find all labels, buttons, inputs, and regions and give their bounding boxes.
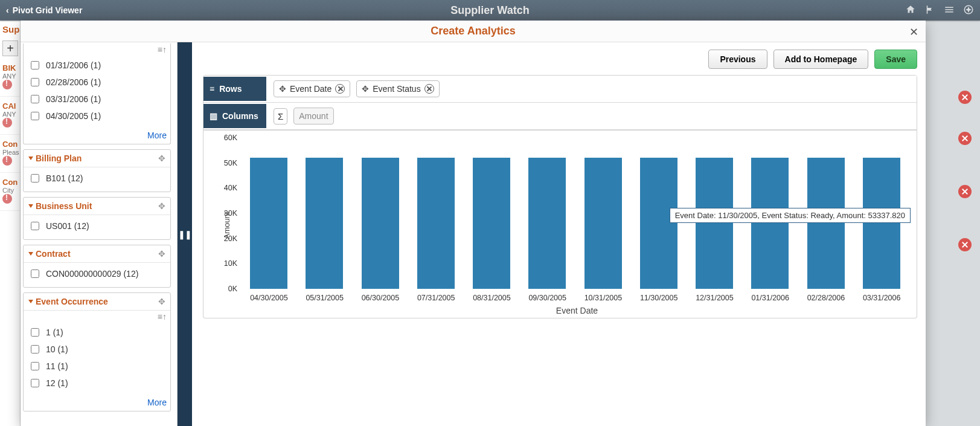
- create-analytics-modal: Create Analytics ✕ ≡↑ 01/31/2006 (1) 02/…: [21, 21, 926, 426]
- warning-icon: [2, 80, 12, 89]
- close-icon[interactable]: ✕: [909, 25, 918, 39]
- facet-title[interactable]: Billing Plan: [28, 153, 82, 163]
- chevron-down-icon: [28, 157, 33, 160]
- chart-bar[interactable]: [696, 158, 733, 289]
- checkbox[interactable]: [31, 222, 39, 230]
- bars-vertical-icon: ▥: [210, 111, 217, 121]
- y-tick: 10K: [224, 259, 237, 268]
- facet-item[interactable]: 03/31/2006 (1): [28, 91, 165, 108]
- checkbox[interactable]: [31, 78, 39, 86]
- more-link[interactable]: More: [147, 131, 167, 140]
- chart-bar[interactable]: [417, 158, 455, 289]
- facets-sidebar: ≡↑ 01/31/2006 (1) 02/28/2006 (1) 03/31/2…: [21, 42, 178, 426]
- back-breadcrumb[interactable]: ‹ Pivot Grid Viewer: [6, 5, 82, 15]
- rows-label: ≡ Rows: [203, 77, 266, 101]
- sort-icon[interactable]: ≡↑: [24, 44, 170, 54]
- add-button[interactable]: +: [2, 40, 18, 56]
- drag-handle-icon[interactable]: ✥: [158, 153, 165, 163]
- columns-label: ▥ Columns: [203, 104, 266, 128]
- sidebar-collapse-handle[interactable]: ❚❚: [178, 42, 192, 426]
- menu-icon[interactable]: [944, 4, 955, 17]
- flag-icon[interactable]: [924, 4, 935, 17]
- sort-icon[interactable]: ≡↑: [24, 311, 170, 321]
- drag-handle-icon[interactable]: ✥: [158, 201, 165, 211]
- facet-title[interactable]: Event Occurrence: [28, 297, 108, 306]
- checkbox[interactable]: [31, 112, 39, 120]
- chart-bar[interactable]: [362, 158, 399, 289]
- y-tick: 40K: [224, 184, 237, 192]
- row-chip-event-date[interactable]: ✥ Event Date: [274, 80, 350, 97]
- checkbox[interactable]: [31, 174, 39, 182]
- chart-bar[interactable]: [807, 158, 845, 289]
- facet-title[interactable]: Business Unit: [28, 201, 92, 211]
- checkbox[interactable]: [31, 345, 39, 353]
- facet-item[interactable]: 02/28/2006 (1): [28, 74, 165, 91]
- facet-item[interactable]: 1 (1): [28, 324, 165, 341]
- facet-item[interactable]: CON000000000029 (12): [28, 265, 165, 282]
- chart-tooltip: Event Date: 11/30/2005, Event Status: Re…: [670, 208, 911, 223]
- y-tick: 0K: [228, 285, 237, 293]
- move-icon: ✥: [362, 84, 369, 94]
- checkbox[interactable]: [31, 61, 39, 69]
- delete-icon[interactable]: [958, 91, 972, 104]
- facet-item[interactable]: 12 (1): [28, 375, 165, 392]
- facet-item[interactable]: B101 (12): [28, 170, 165, 187]
- amount-chip[interactable]: Amount: [293, 108, 333, 124]
- facet-item[interactable]: 04/30/2005 (1): [28, 108, 165, 124]
- chart-bar[interactable]: [751, 158, 789, 289]
- previous-button[interactable]: Previous: [708, 50, 767, 69]
- chart-bar[interactable]: [250, 158, 287, 289]
- chart-bar[interactable]: [640, 158, 677, 289]
- x-tick: 01/31/2006: [751, 294, 789, 302]
- warning-icon: [2, 156, 12, 166]
- x-tick: 07/31/2005: [417, 294, 455, 302]
- x-tick: 04/30/2005: [250, 294, 287, 302]
- drag-handle-icon[interactable]: ✥: [158, 297, 165, 306]
- background-page-right: [926, 21, 980, 426]
- chart-bar[interactable]: [473, 158, 510, 289]
- x-axis-label: Event Date: [241, 306, 913, 315]
- remove-chip-icon[interactable]: [335, 84, 345, 94]
- x-tick: 09/30/2005: [528, 294, 566, 302]
- row-chip-event-status[interactable]: ✥ Event Status: [356, 80, 439, 97]
- sigma-icon: Σ: [278, 111, 283, 121]
- facet-item[interactable]: 01/31/2006 (1): [28, 57, 165, 74]
- more-link[interactable]: More: [147, 398, 167, 407]
- chart-panel: Amount 0K10K20K30K40K50K60K 04/30/200505…: [203, 131, 917, 318]
- facet-item[interactable]: 11 (1): [28, 358, 165, 375]
- chart-bar[interactable]: [528, 158, 566, 289]
- y-tick: 60K: [224, 134, 237, 142]
- home-icon[interactable]: [905, 4, 916, 17]
- x-tick: 03/31/2006: [863, 294, 900, 302]
- y-axis-ticks: 0K10K20K30K40K50K60K: [216, 138, 237, 289]
- facet-event-occurrence: Event Occurrence ✥ ≡↑ 1 (1) 10 (1) 11 (1…: [23, 292, 171, 411]
- facet-item[interactable]: US001 (12): [28, 218, 165, 234]
- delete-icon[interactable]: [958, 185, 972, 198]
- delete-icon[interactable]: [958, 238, 972, 251]
- warning-icon: [2, 194, 12, 204]
- checkbox[interactable]: [31, 328, 39, 337]
- x-axis-ticks: 04/30/200505/31/200506/30/200507/31/2005…: [241, 294, 909, 302]
- app-title: Supplier Watch: [0, 4, 980, 17]
- compass-icon[interactable]: [963, 4, 974, 17]
- save-button[interactable]: Save: [874, 50, 917, 69]
- chart-bar[interactable]: [584, 158, 622, 289]
- chart-bar[interactable]: [863, 158, 900, 289]
- x-tick: 08/31/2005: [473, 294, 510, 302]
- sigma-chip[interactable]: Σ: [274, 108, 287, 124]
- checkbox[interactable]: [31, 269, 39, 278]
- chevron-down-icon: [28, 204, 33, 208]
- add-to-homepage-button[interactable]: Add to Homepage: [773, 50, 869, 69]
- facet-title[interactable]: Contract: [28, 249, 71, 259]
- drag-handle-icon[interactable]: ✥: [158, 249, 165, 259]
- move-icon: ✥: [279, 84, 286, 94]
- checkbox[interactable]: [31, 362, 39, 370]
- remove-chip-icon[interactable]: [424, 84, 434, 94]
- y-tick: 20K: [224, 234, 237, 243]
- x-tick: 02/28/2006: [807, 294, 845, 302]
- delete-icon[interactable]: [958, 132, 972, 145]
- chart-bar[interactable]: [306, 158, 343, 289]
- checkbox[interactable]: [31, 95, 39, 103]
- checkbox[interactable]: [31, 379, 39, 387]
- facet-item[interactable]: 10 (1): [28, 341, 165, 358]
